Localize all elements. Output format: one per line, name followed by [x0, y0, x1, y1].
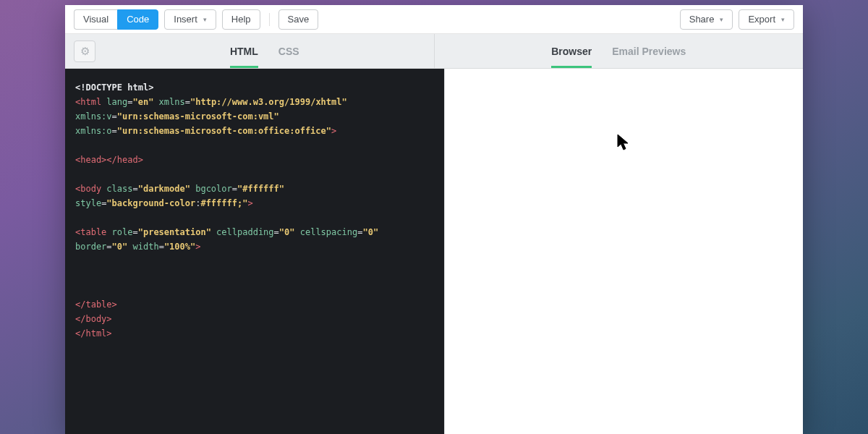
attr-token: class: [101, 184, 132, 194]
attr-token: width: [127, 242, 158, 252]
eq-token: =: [232, 184, 237, 194]
tag-token: <table: [75, 227, 106, 237]
visual-button[interactable]: Visual: [74, 9, 117, 30]
code-editor[interactable]: <!DOCTYPE html> <html lang="en" xmlns="h…: [65, 69, 445, 434]
tab-email-previews[interactable]: Email Previews: [612, 34, 686, 68]
blank-line: [75, 268, 434, 283]
save-button[interactable]: Save: [278, 9, 319, 30]
tag-token: <html: [75, 97, 101, 107]
subheader: ⚙ HTML CSS Browser Email Previews: [65, 34, 803, 69]
cursor-pointer-icon: [617, 134, 630, 156]
eq-token: =: [132, 227, 137, 237]
blank-line: [75, 167, 434, 182]
eq-token: =: [112, 111, 117, 122]
tag-token: >: [331, 126, 336, 136]
blank-line: [75, 210, 434, 225]
eq-token: =: [112, 126, 117, 136]
val-token: "en": [132, 97, 153, 107]
val-token: "background-color: [106, 198, 195, 208]
eq-token: =: [159, 242, 164, 252]
view-mode-group: Visual Code: [74, 9, 158, 30]
chevron-down-icon: ▾: [720, 16, 723, 23]
subheader-left: ⚙ HTML CSS: [65, 34, 435, 68]
attr-token: bgcolor: [190, 184, 232, 194]
tag-token: <head>: [75, 155, 106, 165]
help-button[interactable]: Help: [222, 9, 260, 30]
code-line: <!DOCTYPE html>: [75, 80, 379, 95]
toolbar-divider: [269, 13, 270, 26]
val-token: "presentation": [138, 227, 211, 237]
insert-label: Insert: [174, 14, 197, 25]
tab-html[interactable]: HTML: [230, 34, 258, 68]
eq-token: =: [274, 227, 279, 237]
code-tabs: HTML CSS: [95, 34, 434, 68]
attr-token: role: [106, 227, 132, 237]
settings-button[interactable]: ⚙: [74, 41, 95, 62]
val-token: "urn:schemas-microsoft-com:vml": [117, 111, 279, 122]
val-token: "0": [362, 227, 378, 237]
main-toolbar: Visual Code Insert ▾ Help Save Share ▾ E…: [65, 5, 803, 34]
tab-browser[interactable]: Browser: [551, 34, 592, 68]
attr-token: lang: [101, 97, 127, 107]
val-token: #ffffff;": [200, 198, 247, 208]
insert-button[interactable]: Insert ▾: [164, 9, 216, 30]
code-button[interactable]: Code: [117, 9, 158, 30]
tag-token: >: [247, 198, 252, 208]
val-token: "0": [112, 242, 128, 252]
chevron-down-icon: ▾: [781, 16, 785, 23]
attr-token: cellspacing: [295, 227, 358, 237]
subheader-right: Browser Email Previews: [435, 34, 804, 68]
tag-token: </body>: [75, 314, 112, 324]
val-token: "darkmode": [138, 184, 190, 194]
code-line: </html>: [75, 326, 379, 341]
export-label: Export: [748, 14, 775, 25]
gear-icon: ⚙: [80, 45, 90, 58]
tab-css[interactable]: CSS: [278, 34, 299, 68]
share-button[interactable]: Share ▾: [680, 9, 733, 30]
eq-token: =: [185, 97, 190, 107]
blank-line: [75, 283, 434, 297]
eq-token: =: [106, 242, 111, 252]
tag-token: <body: [75, 184, 101, 194]
share-label: Share: [689, 14, 715, 25]
val-token: "http://www.w3.org/1999/xhtml": [190, 97, 347, 107]
code-line: <body class="darkmode" bgcolor="#ffffff"…: [75, 182, 379, 210]
export-button[interactable]: Export ▾: [739, 9, 794, 30]
content-area: <!DOCTYPE html> <html lang="en" xmlns="h…: [65, 69, 803, 434]
tag-token: >: [195, 242, 200, 252]
blank-line: [75, 138, 434, 153]
tag-token: </table>: [75, 299, 117, 310]
chevron-down-icon: ▾: [203, 16, 207, 23]
tag-token: </head>: [106, 155, 143, 165]
val-token: "urn:schemas-microsoft-com:office:office…: [117, 126, 331, 136]
eq-token: =: [132, 184, 137, 194]
blank-line: [75, 254, 434, 268]
attr-token: xmlns: [153, 97, 184, 107]
preview-tabs: Browser Email Previews: [435, 34, 804, 68]
code-line: </table>: [75, 297, 379, 312]
val-token: "#ffffff": [237, 184, 284, 194]
val-token: "100%": [164, 242, 195, 252]
val-token: "0": [279, 227, 295, 237]
code-line: <head></head>: [75, 153, 379, 167]
doctype-token: <!DOCTYPE html>: [75, 82, 153, 93]
tag-token: </html>: [75, 328, 112, 339]
code-line: <html lang="en" xmlns="http://www.w3.org…: [75, 95, 379, 138]
code-line: <table role="presentation" cellpadding="…: [75, 225, 379, 254]
preview-pane: [445, 69, 804, 434]
attr-token: cellpadding: [211, 227, 274, 237]
app-window: Visual Code Insert ▾ Help Save Share ▾ E…: [65, 5, 803, 434]
code-line: </body>: [75, 312, 379, 326]
